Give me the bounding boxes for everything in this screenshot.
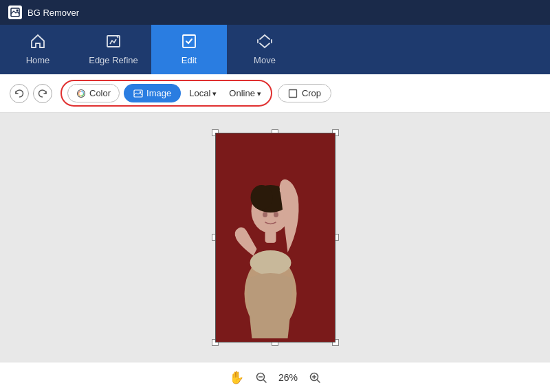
crop-button[interactable]: Crop (278, 84, 331, 102)
tab-edit-label: Edit (182, 55, 197, 65)
svg-point-1 (16, 10, 19, 12)
tab-edge-refine-label: Edge Refine (89, 55, 138, 65)
color-label: Color (89, 88, 111, 98)
nav-bar: Home Edge Refine Edit (0, 25, 550, 74)
move-icon (256, 34, 273, 51)
toolbar: Color Image Local Online Crop (0, 74, 550, 113)
online-label: Online (229, 88, 255, 98)
tab-move[interactable]: Move (227, 25, 302, 74)
image-container (215, 133, 336, 342)
svg-point-14 (263, 212, 267, 217)
title-bar: BG Remover (0, 0, 550, 25)
svg-rect-7 (289, 89, 296, 97)
image-button[interactable]: Image (124, 84, 181, 102)
hand-tool-icon[interactable]: ✋ (229, 370, 244, 385)
app-title: BG Remover (28, 8, 79, 18)
local-chevron-icon (212, 88, 217, 98)
undo-button[interactable] (10, 84, 29, 103)
background-image (215, 133, 336, 342)
local-label: Local (189, 88, 210, 98)
home-icon (30, 34, 46, 51)
undo-redo-group (10, 84, 52, 103)
svg-point-11 (251, 185, 273, 210)
svg-rect-3 (183, 35, 195, 47)
svg-point-6 (140, 91, 141, 92)
tab-move-label: Move (254, 55, 276, 65)
color-button[interactable]: Color (67, 84, 120, 102)
online-dropdown[interactable]: Online (225, 85, 265, 102)
app-logo (8, 6, 22, 19)
local-dropdown[interactable]: Local (185, 85, 221, 102)
tab-edge-refine[interactable]: Edge Refine (76, 25, 151, 74)
edge-refine-icon (105, 34, 122, 51)
edit-icon (181, 34, 197, 51)
tab-home-label: Home (26, 55, 50, 65)
svg-point-15 (274, 212, 278, 217)
svg-rect-12 (265, 230, 276, 243)
tab-edit[interactable]: Edit (151, 25, 227, 74)
background-group: Color Image Local Online (60, 80, 272, 107)
bottom-bar: ✋ 26% (0, 362, 550, 392)
zoom-in-button[interactable] (309, 371, 321, 384)
tab-home[interactable]: Home (0, 25, 76, 74)
crop-label: Crop (302, 88, 321, 98)
zoom-out-button[interactable] (255, 371, 267, 384)
image-label: Image (146, 88, 171, 98)
svg-point-13 (250, 250, 292, 275)
online-chevron-icon (257, 88, 261, 98)
person-figure (226, 142, 316, 342)
zoom-level: 26% (278, 372, 298, 383)
canvas-area (0, 113, 550, 362)
redo-button[interactable] (33, 84, 52, 103)
